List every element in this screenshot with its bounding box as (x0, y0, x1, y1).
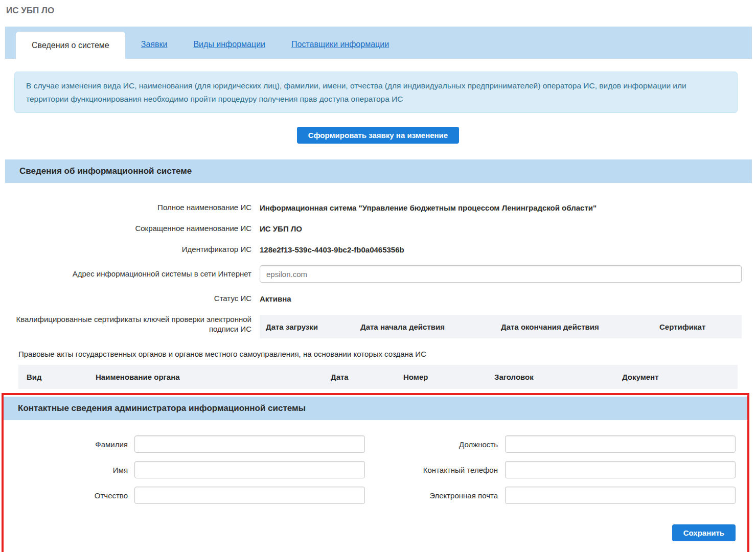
legal-acts-table-header: Вид Наименование органа Дата Номер Загол… (18, 365, 738, 389)
tab-information-providers[interactable]: Поставщики информации (291, 40, 389, 49)
save-button[interactable]: Сохранить (672, 524, 736, 541)
certificates-table-header: Дата загрузки Дата начала действия Дата … (260, 315, 742, 338)
contact-row-2: Имя Контактный телефон (4, 461, 747, 478)
acts-col-document: Документ (622, 373, 729, 381)
short-name-value: ИС УБП ЛО (260, 224, 742, 233)
system-info-form: Полное наименование ИС Информационная си… (0, 203, 756, 338)
create-change-request-button[interactable]: Сформировать заявку на изменение (297, 127, 459, 144)
change-notice-banner: В случае изменения вида ИС, наименования… (14, 72, 738, 113)
short-name-row: Сокращенное наименование ИС ИС УБП ЛО (5, 224, 742, 234)
full-name-value: Информационная ситема "Управление бюджет… (260, 203, 742, 212)
tab-links: Заявки Виды информации Поставщики информ… (141, 40, 415, 59)
acts-col-authority: Наименование органа (96, 373, 331, 381)
tab-system-info-label: Сведения о системе (32, 41, 109, 50)
cert-col-certificate: Сертификат (659, 323, 736, 331)
acts-col-date: Дата (331, 373, 403, 381)
position-label: Должность (370, 440, 498, 449)
cert-col-start-date: Дата начала действия (360, 323, 501, 331)
phone-label: Контактный телефон (370, 466, 498, 474)
address-label: Адрес информационной системы в сети Инте… (5, 269, 251, 279)
page-title: ИС УБП ЛО (6, 6, 756, 16)
position-input[interactable] (505, 435, 736, 453)
system-info-section-header: Сведения об информационной системе (5, 159, 752, 183)
cert-col-end-date: Дата окончания действия (501, 323, 659, 331)
tab-system-info[interactable]: Сведения о системе (16, 32, 125, 59)
last-name-input[interactable] (134, 435, 365, 453)
email-input[interactable] (505, 487, 736, 504)
full-name-label: Полное наименование ИС (5, 203, 251, 213)
change-request-row: Сформировать заявку на изменение (0, 127, 756, 144)
contact-row-1: Фамилия Должность (4, 435, 747, 453)
contact-admin-section-highlighted: Контактные сведения администратора инфор… (2, 393, 749, 552)
certificates-label: Квалифицированные сертификаты ключей про… (5, 315, 251, 334)
identifier-row: Идентификатор ИС 128e2f13-539c-4403-9bc2… (5, 245, 742, 255)
status-value: Активна (260, 294, 742, 303)
internet-address-input[interactable] (260, 265, 742, 283)
phone-input[interactable] (505, 461, 736, 478)
middle-name-label: Отчество (4, 491, 128, 500)
first-name-label: Имя (4, 466, 128, 474)
short-name-label: Сокращенное наименование ИС (5, 224, 251, 234)
cert-col-upload-date: Дата загрузки (266, 323, 360, 331)
acts-col-title: Заголовок (494, 373, 622, 381)
first-name-input[interactable] (134, 461, 365, 478)
tab-requests[interactable]: Заявки (141, 40, 168, 49)
tab-bar: Сведения о системе Заявки Виды информаци… (5, 27, 752, 59)
last-name-label: Фамилия (4, 440, 128, 449)
contact-row-3: Отчество Электронная почта (4, 487, 747, 504)
status-row: Статус ИС Активна (5, 294, 742, 304)
tab-information-types[interactable]: Виды информации (193, 40, 265, 49)
contact-section-header: Контактные сведения администратора инфор… (4, 397, 747, 420)
middle-name-input[interactable] (134, 487, 365, 504)
full-name-row: Полное наименование ИС Информационная си… (5, 203, 742, 213)
status-label: Статус ИС (5, 294, 251, 304)
certificates-row: Квалифицированные сертификаты ключей про… (5, 315, 742, 338)
identifier-value: 128e2f13-539c-4403-9bc2-fb0a0465356b (260, 245, 742, 254)
identifier-label: Идентификатор ИС (5, 245, 251, 255)
address-row: Адрес информационной системы в сети Инте… (5, 265, 742, 283)
legal-acts-caption: Правовые акты государственных органов и … (18, 350, 738, 358)
email-label: Электронная почта (370, 491, 498, 500)
save-row: Сохранить (4, 524, 736, 541)
acts-col-number: Номер (403, 373, 494, 381)
acts-col-type: Вид (27, 373, 96, 381)
